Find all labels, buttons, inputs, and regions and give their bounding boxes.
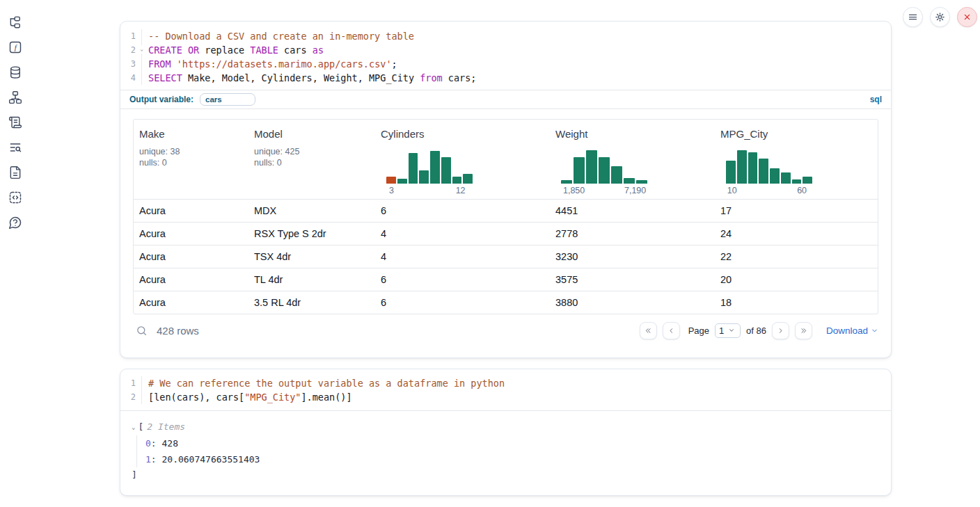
histogram-bar[interactable] bbox=[386, 177, 396, 184]
sidebar-snippets-button[interactable] bbox=[8, 191, 22, 204]
histogram-bar[interactable] bbox=[452, 177, 462, 184]
table-cell[interactable]: Acura bbox=[134, 268, 248, 291]
table-cell[interactable]: Acura bbox=[134, 222, 248, 245]
histogram-bar[interactable] bbox=[770, 168, 780, 184]
table-cell[interactable]: 20 bbox=[715, 268, 878, 291]
column-title: Model bbox=[254, 128, 370, 140]
table-cell[interactable]: Acura bbox=[134, 199, 248, 222]
sidebar-file-tree-button[interactable] bbox=[8, 15, 22, 29]
table-cell[interactable]: 4 bbox=[375, 222, 550, 245]
gear-icon bbox=[935, 12, 945, 22]
table-cell[interactable]: 3880 bbox=[550, 291, 715, 314]
histogram-cylinders[interactable] bbox=[386, 147, 473, 184]
fold-chevron-icon[interactable]: ⌄ bbox=[140, 45, 143, 54]
table-cell[interactable]: 6 bbox=[375, 291, 550, 314]
column-header-model[interactable]: Modelunique: 425nulls: 0 bbox=[248, 120, 375, 199]
histogram-bar[interactable] bbox=[441, 157, 451, 184]
histogram-bar[interactable] bbox=[737, 150, 747, 184]
table-cell[interactable]: 3230 bbox=[550, 245, 715, 268]
sql-code-editor[interactable]: 1-- Download a CSV and create an in-memo… bbox=[120, 22, 891, 90]
left-sidebar: f bbox=[0, 0, 31, 507]
table-cell[interactable]: RSX Type S 2dr bbox=[248, 222, 375, 245]
menu-button[interactable] bbox=[903, 7, 923, 27]
output-tree-header[interactable]: ⌄ [ 2 Items bbox=[132, 420, 880, 434]
sidebar-help-button[interactable] bbox=[8, 216, 22, 230]
histogram-mpg_city[interactable] bbox=[726, 147, 812, 184]
code-line[interactable]: 3FROM 'https://datasets.marimo.app/cars.… bbox=[120, 57, 891, 71]
output-variable-input[interactable] bbox=[200, 93, 255, 106]
line-number: 4 bbox=[120, 71, 142, 85]
language-badge[interactable]: sql bbox=[870, 95, 882, 104]
histogram-bar[interactable] bbox=[803, 177, 812, 184]
last-page-button[interactable] bbox=[795, 322, 812, 339]
histogram-bar[interactable] bbox=[781, 172, 791, 184]
sidebar-functions-button[interactable]: f bbox=[8, 40, 22, 54]
column-title: Weight bbox=[555, 128, 709, 140]
item-key: 1 bbox=[145, 454, 151, 465]
sidebar-scratchpad-button[interactable] bbox=[8, 115, 22, 129]
next-page-button[interactable] bbox=[772, 322, 789, 339]
sidebar-documentation-button[interactable] bbox=[8, 166, 22, 179]
sidebar-logs-button[interactable] bbox=[8, 140, 22, 154]
top-actions bbox=[903, 7, 977, 27]
column-header-cylinders[interactable]: Cylinders312 bbox=[375, 120, 550, 199]
table-cell[interactable]: 22 bbox=[715, 245, 878, 268]
table-cell[interactable]: 2778 bbox=[550, 222, 715, 245]
table-cell[interactable]: 6 bbox=[375, 199, 550, 222]
histogram-bar[interactable] bbox=[586, 150, 597, 184]
histogram-bar[interactable] bbox=[397, 179, 407, 184]
sidebar-datasources-button[interactable] bbox=[8, 65, 22, 79]
search-icon[interactable] bbox=[136, 325, 148, 337]
code-line[interactable]: 1# We can reference the output variable … bbox=[120, 376, 891, 390]
settings-button[interactable] bbox=[930, 7, 950, 27]
code-line[interactable]: 1-- Download a CSV and create an in-memo… bbox=[120, 29, 891, 43]
previous-page-button[interactable] bbox=[663, 322, 680, 339]
table-cell[interactable]: 3575 bbox=[550, 268, 715, 291]
menu-icon bbox=[908, 12, 918, 22]
table-cell[interactable]: TSX 4dr bbox=[248, 245, 375, 268]
histogram-bar[interactable] bbox=[463, 174, 473, 184]
table-cell[interactable]: 3.5 RL 4dr bbox=[248, 291, 375, 314]
code-line[interactable]: 4SELECT Make, Model, Cylinders, Weight, … bbox=[120, 71, 891, 85]
row-count: 428 rows bbox=[157, 325, 199, 337]
histogram-weight[interactable] bbox=[561, 147, 647, 184]
histogram-bar[interactable] bbox=[611, 166, 622, 184]
code-line[interactable]: 2⌄CREATE OR replace TABLE cars as bbox=[120, 43, 891, 57]
table-cell[interactable]: MDX bbox=[248, 199, 375, 222]
sidebar-dependency-graph-button[interactable] bbox=[8, 90, 22, 104]
table-cell[interactable]: Acura bbox=[134, 291, 248, 314]
histogram-bar[interactable] bbox=[430, 151, 440, 184]
axis-tick-label: 10 bbox=[727, 186, 737, 195]
shutdown-button[interactable] bbox=[957, 7, 977, 27]
histogram-bar[interactable] bbox=[748, 152, 758, 184]
column-header-weight[interactable]: Weight1,8507,190 bbox=[550, 120, 715, 199]
chevron-left-icon bbox=[667, 327, 675, 335]
histogram-bar[interactable] bbox=[419, 170, 429, 184]
table-cell[interactable]: 24 bbox=[715, 222, 878, 245]
table-cell[interactable]: 6 bbox=[375, 268, 550, 291]
histogram-bar[interactable] bbox=[726, 161, 736, 184]
histogram-bar[interactable] bbox=[409, 153, 418, 184]
histogram-bar[interactable] bbox=[759, 159, 768, 184]
table-cell[interactable]: TL 4dr bbox=[248, 268, 375, 291]
output-tree-item: 1: 20.060747663551403 bbox=[145, 451, 880, 467]
code-line[interactable]: 2[len(cars), cars["MPG_City"].mean()] bbox=[120, 390, 891, 404]
column-header-mpg_city[interactable]: MPG_City1060 bbox=[715, 120, 878, 199]
histogram-axis-labels: 312 bbox=[386, 184, 473, 196]
data-table: Makeunique: 38nulls: 0Modelunique: 425nu… bbox=[133, 119, 878, 314]
python-code-editor[interactable]: 1# We can reference the output variable … bbox=[120, 369, 891, 410]
table-cell[interactable]: 4 bbox=[375, 245, 550, 268]
table-cell[interactable]: 4451 bbox=[550, 199, 715, 222]
column-header-make[interactable]: Makeunique: 38nulls: 0 bbox=[134, 120, 248, 199]
table-cell[interactable]: 17 bbox=[715, 199, 878, 222]
histogram-bar[interactable] bbox=[624, 178, 635, 184]
table-cell[interactable]: Acura bbox=[134, 245, 248, 268]
download-button[interactable]: Download bbox=[826, 325, 878, 336]
page-select[interactable]: 1 bbox=[715, 323, 741, 338]
chevron-down-icon[interactable]: ⌄ bbox=[132, 420, 135, 434]
histogram-bar[interactable] bbox=[574, 157, 585, 184]
first-page-button[interactable] bbox=[640, 322, 657, 339]
output-variable-bar: Output variable: sql bbox=[120, 90, 891, 109]
table-cell[interactable]: 18 bbox=[715, 291, 878, 314]
histogram-bar[interactable] bbox=[599, 157, 610, 184]
